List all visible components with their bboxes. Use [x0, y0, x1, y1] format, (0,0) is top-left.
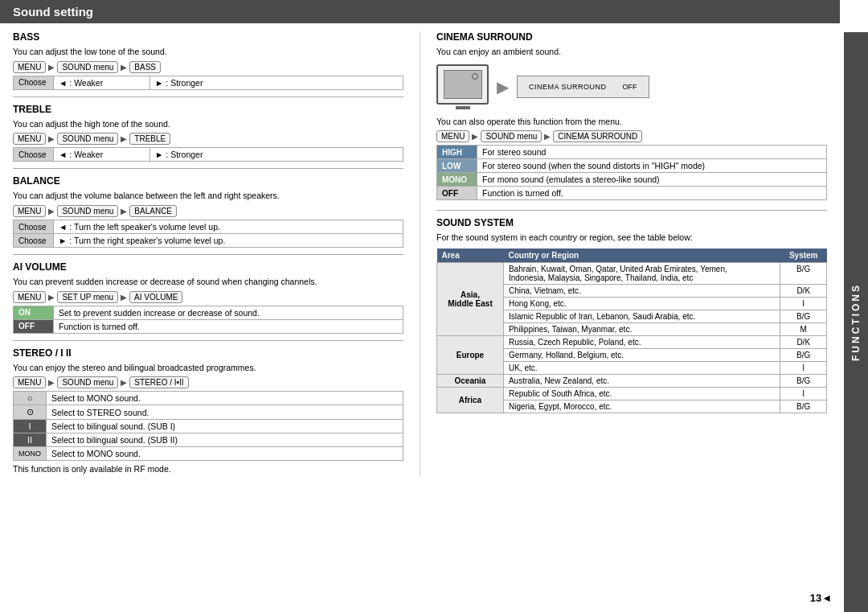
country-cell: Russia, Czech Republic, Poland, etc. — [503, 336, 780, 349]
right-column: CINEMA SURROUND You can enjoy an ambient… — [420, 31, 827, 477]
stereo-title: STEREO / I II — [13, 347, 403, 359]
cinema-menu-box-2: SOUND menu — [481, 130, 542, 142]
arrow: ▶ — [121, 378, 127, 387]
arrow: ▶ — [48, 293, 55, 302]
system-cell: B/G — [780, 400, 827, 413]
cinema-off-desc: Function is turned off. — [477, 187, 827, 200]
treble-title: TREBLE — [13, 104, 403, 115]
cinema-screen-mockup: CINEMA SURROUND OFF — [517, 76, 649, 98]
page-number-text: 13 — [810, 592, 821, 604]
choose-label: Choose — [14, 234, 54, 248]
cinema-screen-value: OFF — [623, 83, 637, 91]
arrow: ▶ — [48, 134, 55, 143]
sound-system-desc: For the sound system in each country or … — [436, 232, 827, 244]
stereo-val-1: Select to MONO sound. — [47, 392, 403, 405]
table-row: MONO For mono sound (emulates a stereo-l… — [437, 173, 827, 187]
country-cell: UK, etc. — [503, 362, 780, 375]
area-header: Area — [437, 248, 504, 263]
bass-menu-box-3: BASS — [129, 61, 161, 73]
balance-menu-box-1: MENU — [13, 205, 46, 217]
table-row: Choose ► : Turn the right speaker's volu… — [14, 234, 403, 248]
table-row: HIGH For stereo sound — [437, 146, 827, 159]
system-cell: D/K — [780, 336, 827, 349]
functions-label: FUNCTIONS — [850, 283, 862, 361]
cinema-mono-desc: For mono sound (emulates a stereo-like s… — [477, 173, 827, 187]
cinema-mode-mono: MONO — [437, 173, 477, 187]
table-row: MONO Select to MONO sound. — [14, 447, 403, 461]
stereo-icon-mono2: MONO — [14, 447, 47, 461]
country-cell: Philippines, Taiwan, Myanmar, etc. — [503, 323, 780, 336]
table-row: Oceania Australia, New Zealand, etc. B/G — [437, 375, 827, 388]
country-cell: Bahrain, Kuwait, Oman, Qatar, United Ara… — [503, 263, 780, 285]
stereo-val-5: Select to MONO sound. — [47, 447, 403, 461]
balance-desc: You can adjust the volume balance betwee… — [13, 190, 403, 202]
ai-volume-table: ON Set to prevent sudden increase or dec… — [13, 306, 403, 334]
treble-menu-box-3: TREBLE — [129, 133, 170, 145]
table-row: OFF Function is turned off. — [437, 187, 827, 200]
tv-circle-icon — [472, 73, 478, 80]
system-cell: I — [780, 298, 827, 310]
table-row: Choose ◄ : Weaker ► : Stronger — [14, 76, 403, 89]
system-cell: I — [780, 388, 827, 400]
page-header: Sound setting — [0, 0, 840, 23]
tv-icon-wrapper — [436, 64, 489, 109]
cinema-image-area: ▶ CINEMA SURROUND OFF — [436, 64, 827, 109]
choose-label: Choose — [14, 76, 54, 89]
country-cell: Islamic Republic of Iran, Lebanon, Saudi… — [503, 310, 780, 323]
arrow: ▶ — [48, 378, 55, 387]
balance-title: BALANCE — [13, 175, 403, 187]
cinema-mode-high: HIGH — [437, 146, 477, 159]
arrow: ▶ — [48, 207, 55, 216]
stereo-desc: You can enjoy the stereo and bilingual b… — [13, 362, 403, 374]
table-row: ○ Select to MONO sound. — [14, 392, 403, 405]
asia-area: Asia,Middle East — [437, 263, 504, 336]
stereo-menu-box-3: STEREO / I•II — [129, 376, 188, 388]
treble-menu-box-1: MENU — [13, 133, 46, 145]
cinema-low-desc: For stereo sound (when the sound distort… — [477, 159, 827, 173]
cinema-high-desc: For stereo sound — [477, 146, 827, 159]
choose-label: Choose — [14, 148, 54, 162]
cinema-mode-low: LOW — [437, 159, 477, 173]
country-cell: Hong Kong, etc. — [503, 298, 780, 310]
system-cell: B/G — [780, 310, 827, 323]
treble-section: TREBLE You can adjust the high tone of t… — [13, 104, 403, 162]
arrow: ▶ — [121, 293, 127, 302]
on-value: Set to prevent sudden increase or decrea… — [54, 306, 403, 319]
cinema-screen-label: CINEMA SURROUND — [529, 83, 607, 91]
country-cell: Republic of South Africa, etc. — [503, 388, 780, 400]
table-row: ON Set to prevent sudden increase or dec… — [14, 306, 403, 319]
ai-volume-menu-path: MENU ▶ SET UP menu ▶ AI VOLUME — [13, 291, 403, 303]
table-row: II Select to bilingual sound. (SUB II) — [14, 433, 403, 447]
ai-menu-box-3: AI VOLUME — [129, 291, 182, 303]
treble-choose-table: Choose ◄ : Weaker ► : Stronger — [13, 147, 403, 162]
stereo-val-4: Select to bilingual sound. (SUB II) — [47, 433, 403, 447]
bass-choose-table: Choose ◄ : Weaker ► : Stronger — [13, 76, 403, 90]
table-row: Africa Republic of South Africa, etc. I — [437, 388, 827, 400]
stereo-menu-path: MENU ▶ SOUND menu ▶ STEREO / I•II — [13, 376, 403, 388]
off-label: OFF — [14, 319, 54, 333]
stronger-cell: ► : Stronger — [150, 148, 403, 162]
country-header: Country or Region — [503, 248, 780, 263]
page-title: Sound setting — [13, 5, 827, 18]
europe-area: Europe — [437, 336, 504, 375]
treble-menu-path: MENU ▶ SOUND menu ▶ TREBLE — [13, 133, 403, 145]
ai-volume-title: AI VOLUME — [13, 261, 403, 273]
bass-desc: You can adjust the low tone of the sound… — [13, 46, 403, 58]
system-cell: M — [780, 323, 827, 336]
cinema-mode-off: OFF — [437, 187, 477, 200]
ai-menu-box-2: SET UP menu — [57, 291, 118, 303]
treble-menu-box-2: SOUND menu — [57, 133, 118, 145]
sound-system-section: SOUND SYSTEM For the sound system in eac… — [436, 217, 827, 413]
balance-section: BALANCE You can adjust the volume balanc… — [13, 175, 403, 248]
table-row: ⊙ Select to STEREO sound. — [14, 405, 403, 420]
stereo-icon-mono1: ○ — [14, 392, 47, 405]
arrow: ▶ — [48, 63, 55, 72]
country-cell: Australia, New Zealand, etc. — [503, 375, 780, 388]
table-row: Europe Russia, Czech Republic, Poland, e… — [437, 336, 827, 349]
arrow: ▶ — [544, 132, 551, 141]
weaker-cell: ◄ : Weaker — [54, 76, 150, 89]
on-label: ON — [14, 306, 54, 319]
balance-right-val: ► : Turn the right speaker's volume leve… — [54, 234, 403, 248]
bass-menu-box-2: SOUND menu — [57, 61, 118, 73]
stereo-note: This function is only available in RF mo… — [13, 464, 403, 474]
